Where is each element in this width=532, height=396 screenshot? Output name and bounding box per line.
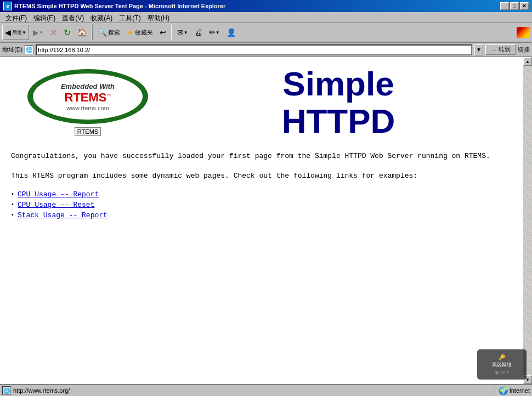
logo-label: RTEMS: [75, 127, 101, 136]
favorites-button[interactable]: ★ 收藏夹: [124, 25, 156, 40]
mail-icon: ✉: [177, 28, 184, 37]
cpu-usage-report-link[interactable]: CPU Usage -- Report: [18, 190, 99, 199]
bullet-3: •: [11, 212, 14, 218]
list-item: • Stack Usage -- Report: [11, 211, 512, 219]
menu-tools[interactable]: 工具(T): [116, 13, 144, 21]
menu-favorites[interactable]: 收藏(A): [87, 13, 116, 21]
search-icon: 🔍: [98, 28, 107, 37]
watermark: 🔑 黑区网络 qu.com: [477, 349, 527, 380]
stack-usage-report-link[interactable]: Stack Usage -- Report: [18, 211, 107, 219]
print-button[interactable]: 🖨: [192, 25, 205, 40]
discuss-icon: 👤: [227, 28, 236, 37]
logo-tm: ™: [107, 93, 111, 98]
favorites-icon: ★: [127, 28, 134, 37]
forward-arrow-icon: ▶: [33, 28, 39, 37]
zone-globe-icon: 🌍: [499, 386, 508, 395]
forward-button[interactable]: ▶ ▼: [30, 25, 46, 40]
maximize-button[interactable]: □: [510, 2, 519, 10]
menu-help[interactable]: 帮助(H): [144, 13, 173, 21]
ie-title-icon: e: [3, 2, 12, 10]
rtems-logo-inner: Embedded With RTEMS™ www.rtems.com: [33, 73, 143, 120]
media-icon: ↩: [160, 28, 166, 37]
logo-www-text: www.rtems.com: [66, 105, 109, 111]
watermark-url: qu.com: [495, 370, 509, 375]
list-item: • CPU Usage -- Report: [11, 190, 512, 199]
title-bar-buttons: _ □ ✕: [500, 2, 529, 10]
print-icon: 🖨: [195, 28, 202, 37]
rtems-logo-oval: Embedded With RTEMS™ www.rtems.com: [27, 69, 148, 124]
links-section: • CPU Usage -- Report • CPU Usage -- Res…: [11, 190, 512, 219]
discuss-button[interactable]: 👤: [224, 25, 239, 40]
zone-label: Internet: [510, 387, 530, 394]
back-dropdown-icon: ▼: [22, 30, 26, 35]
congratulations-text: Congratulations, you have successfully l…: [11, 151, 512, 162]
scroll-track[interactable]: [523, 66, 532, 375]
status-page-icon: 🌐: [2, 386, 11, 395]
logo-rtems-text: RTEMS™: [65, 90, 111, 105]
close-button[interactable]: ✕: [520, 2, 529, 10]
title-bar-left: e RTEMS Simple HTTPD Web Server Test Pag…: [3, 2, 225, 10]
media-button[interactable]: ↩: [157, 25, 169, 40]
stop-icon: ✕: [50, 27, 57, 38]
logo-area: Embedded With RTEMS™ www.rtems.com RTEMS: [11, 69, 165, 136]
address-input[interactable]: [36, 44, 472, 55]
address-page-icon: 🌐: [25, 46, 33, 54]
watermark-icon: 🔑: [499, 354, 505, 360]
minimize-button[interactable]: _: [500, 2, 509, 10]
header-section: Embedded With RTEMS™ www.rtems.com RTEMS…: [11, 65, 512, 140]
edit-button[interactable]: ✏ ▼: [206, 25, 223, 40]
forward-dropdown-icon: ▼: [39, 30, 43, 35]
favorites-label: 收藏夹: [135, 29, 153, 37]
edit-dropdown-icon: ▼: [216, 30, 220, 35]
toolbar-separator-2: [171, 25, 172, 40]
home-icon: 🏠: [77, 28, 87, 37]
go-label: 转到: [499, 46, 511, 54]
window-title: RTEMS Simple HTTPD Web Server Test Page …: [14, 3, 225, 9]
list-item: • CPU Usage -- Reset: [11, 201, 512, 209]
menu-file[interactable]: 文件(F): [2, 13, 30, 21]
back-label: 后退: [12, 29, 22, 36]
search-label: 搜索: [108, 29, 120, 37]
status-zone: 🌍 Internet: [495, 386, 530, 395]
bullet-1: •: [11, 191, 14, 197]
search-button[interactable]: 🔍 搜索: [95, 25, 123, 40]
toolbar-separator-1: [92, 25, 93, 40]
title-simple: Simple: [282, 65, 395, 103]
status-url: http://www.rtems.org/: [13, 387, 70, 394]
edit-icon: ✏: [209, 28, 216, 37]
go-arrow-icon: →: [490, 46, 497, 54]
watermark-text: 黑区网络: [492, 361, 512, 369]
cpu-usage-reset-link[interactable]: CPU Usage -- Reset: [18, 201, 94, 209]
links-label[interactable]: 链接: [518, 46, 530, 54]
scrollbar: ▲ ▼: [523, 57, 532, 384]
home-button[interactable]: 🏠: [75, 25, 89, 40]
page-main-title: Simple HTTPD: [282, 65, 395, 140]
status-bar: 🌐 http://www.rtems.org/ 🌍 Internet 🔑 黑区网…: [0, 384, 532, 396]
title-area: Simple HTTPD: [165, 65, 512, 140]
back-button[interactable]: ◀ 后退 ▼: [2, 25, 29, 40]
address-bar: 地址(D) 🌐 ▼ → 转到 链接: [0, 43, 532, 57]
address-label: 地址(D): [2, 46, 22, 54]
title-httpd: HTTPD: [282, 103, 395, 140]
go-button[interactable]: → 转到: [485, 44, 516, 55]
back-arrow-icon: ◀: [5, 28, 11, 37]
menu-bar: 文件(F) 编辑(E) 查看(V) 收藏(A) 工具(T) 帮助(H): [0, 12, 532, 23]
browser-main: Embedded With RTEMS™ www.rtems.com RTEMS…: [0, 57, 532, 384]
address-dropdown-button[interactable]: ▼: [474, 44, 483, 55]
bullet-2: •: [11, 202, 14, 208]
stop-button[interactable]: ✕: [47, 25, 60, 40]
mail-dropdown-icon: ▼: [184, 30, 188, 35]
menu-edit[interactable]: 编辑(E): [30, 13, 59, 21]
refresh-icon: ↻: [64, 27, 71, 38]
ie-logo-icon: [517, 27, 530, 38]
mail-button[interactable]: ✉ ▼: [174, 25, 191, 40]
logo-embedded-text: Embedded With: [61, 82, 115, 90]
refresh-button[interactable]: ↻: [61, 25, 73, 40]
title-bar: e RTEMS Simple HTTPD Web Server Test Pag…: [0, 0, 532, 12]
content-area: Embedded With RTEMS™ www.rtems.com RTEMS…: [0, 57, 523, 384]
menu-view[interactable]: 查看(V): [59, 13, 87, 21]
toolbar: ◀ 后退 ▼ ▶ ▼ ✕ ↻ 🏠 🔍 搜索 ★ 收藏夹 ↩ ✉ ▼ 🖨 ✏: [0, 23, 532, 43]
description-text: This RTEMS program includes some dynamic…: [11, 171, 512, 182]
scroll-up-button[interactable]: ▲: [523, 57, 532, 66]
